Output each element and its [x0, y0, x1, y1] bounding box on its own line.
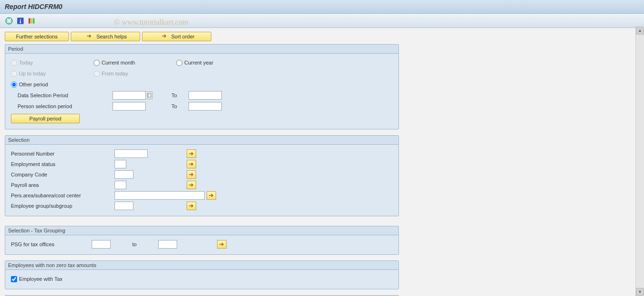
nonzero-group: Employees with non zero tax amounts Empl…: [5, 260, 399, 289]
radio-today-label: Today: [19, 60, 33, 65]
svg-text:i: i: [19, 18, 21, 24]
person-selection-period-label: Person selection period: [11, 103, 113, 109]
data-selection-period-label: Data Selection Period: [11, 92, 113, 98]
multiple-selection-button[interactable]: [187, 181, 196, 189]
multiple-selection-button[interactable]: [187, 149, 196, 158]
employment-status-input[interactable]: [114, 160, 126, 168]
multiple-selection-button[interactable]: [217, 240, 227, 249]
personnel-number-label: Personnel Number: [11, 151, 114, 157]
radio-current-month[interactable]: [94, 60, 100, 66]
psg-label: PSG for tax offices: [11, 241, 92, 247]
employee-with-tax-label: Employee with Tax: [19, 276, 63, 282]
window-title: Report HIDCFRM0: [0, 0, 644, 14]
psg-to-label: to: [111, 241, 158, 247]
to-label: To: [171, 103, 189, 109]
payroll-area-label: Payroll area: [11, 182, 114, 188]
psg-from-input[interactable]: [92, 240, 111, 249]
data-selection-period-to[interactable]: [189, 91, 222, 100]
radio-current-month-label: Current month: [102, 60, 135, 65]
multiple-selection-button[interactable]: [187, 170, 196, 179]
pers-area-label: Pers.area/subarea/cost center: [11, 193, 114, 198]
radio-current-year[interactable]: [176, 60, 182, 66]
sort-order-button[interactable]: Sort order: [142, 32, 211, 41]
selection-toolbar: Further selections Search helps Sort ord…: [5, 32, 639, 41]
person-selection-period-to[interactable]: [189, 102, 222, 111]
personnel-number-input[interactable]: [114, 149, 148, 158]
arrow-right-icon: [86, 34, 93, 39]
multiple-selection-button[interactable]: [187, 160, 196, 168]
payroll-area-input[interactable]: [114, 181, 126, 189]
svg-rect-9: [33, 18, 34, 23]
data-selection-period-from[interactable]: [113, 91, 146, 100]
svg-rect-8: [31, 18, 32, 23]
scroll-up-icon[interactable]: ▲: [636, 27, 644, 35]
multiple-selection-button[interactable]: [207, 191, 216, 200]
execute-icon[interactable]: [5, 17, 13, 25]
svg-rect-7: [28, 18, 30, 23]
main-content: Further selections Search helps Sort ord…: [0, 28, 644, 296]
person-selection-period-from[interactable]: [113, 102, 146, 111]
radio-today: [11, 60, 17, 66]
arrow-right-icon: [161, 34, 168, 39]
tax-grouping-group: Selection - Tax Grouping PSG for tax off…: [5, 226, 399, 255]
radio-from-today-label: From today: [102, 71, 128, 76]
company-code-input[interactable]: [114, 170, 133, 179]
nonzero-legend: Employees with non zero tax amounts: [5, 261, 398, 270]
radio-from-today: [94, 71, 100, 77]
radio-other-period-label: Other period: [19, 82, 48, 87]
vertical-scrollbar[interactable]: ▲ ▼: [635, 27, 644, 296]
employee-group-input[interactable]: [114, 202, 133, 210]
scroll-down-icon[interactable]: ▼: [636, 288, 644, 296]
app-toolbar: i: [0, 14, 644, 28]
payroll-period-button[interactable]: Payroll period: [11, 114, 80, 123]
sort-order-label: Sort order: [171, 34, 195, 39]
employment-status-label: Employment status: [11, 161, 114, 167]
employee-group-label: Employee group/subgroup: [11, 203, 114, 209]
further-selections-button[interactable]: Further selections: [5, 32, 69, 41]
radio-up-to-today: [11, 71, 17, 77]
info-icon[interactable]: i: [16, 17, 25, 25]
employee-with-tax-checkbox[interactable]: [11, 276, 17, 282]
f4-help-icon[interactable]: [146, 92, 152, 99]
company-code-label: Company Code: [11, 172, 114, 177]
radio-current-year-label: Current year: [184, 60, 213, 65]
search-helps-label: Search helps: [96, 34, 127, 39]
selection-legend: Selection: [5, 136, 398, 145]
period-group: Period Today Current month Current year …: [5, 44, 399, 130]
radio-up-to-today-label: Up to today: [19, 71, 46, 76]
period-legend: Period: [5, 45, 398, 54]
multiple-selection-button[interactable]: [187, 202, 196, 210]
pers-area-input[interactable]: [114, 191, 205, 200]
variant-icon[interactable]: [28, 17, 36, 25]
radio-other-period[interactable]: [11, 82, 17, 88]
search-helps-button[interactable]: Search helps: [71, 32, 140, 41]
psg-to-input[interactable]: [158, 240, 177, 249]
to-label: To: [171, 92, 189, 98]
selection-group: Selection Personnel Number Employment st…: [5, 135, 399, 216]
tax-grouping-legend: Selection - Tax Grouping: [5, 226, 398, 235]
svg-rect-10: [147, 93, 151, 97]
